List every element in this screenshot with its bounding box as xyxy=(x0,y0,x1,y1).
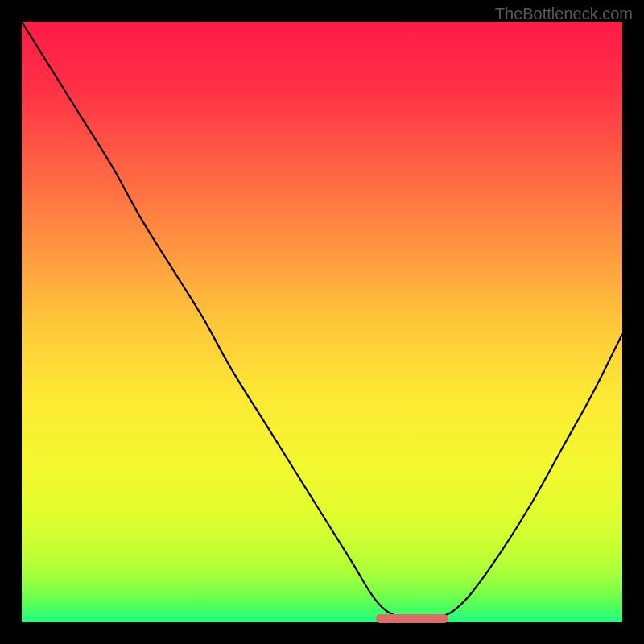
chart-plot-area xyxy=(22,22,622,622)
watermark-text: TheBottleneck.com xyxy=(495,5,633,23)
optimal-range-marker xyxy=(376,614,448,623)
bottleneck-curve xyxy=(22,22,622,622)
